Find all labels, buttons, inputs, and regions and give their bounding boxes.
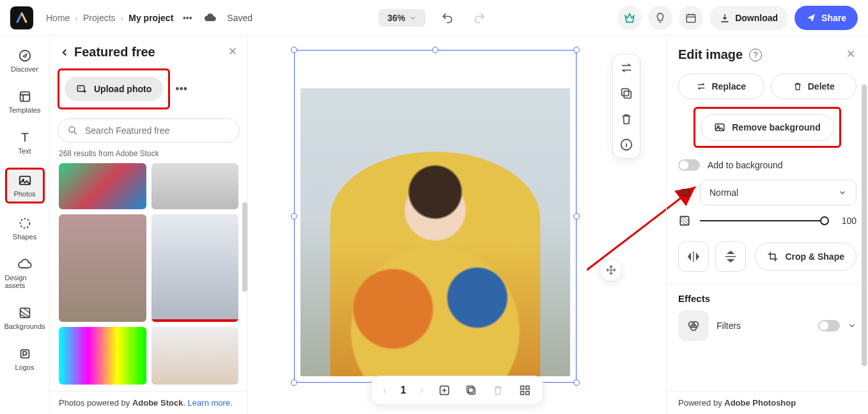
redo-button[interactable] (469, 8, 490, 28)
help-icon[interactable]: ? (749, 49, 762, 61)
breadcrumb-current[interactable]: My project (128, 13, 173, 23)
crop-shape-button[interactable]: Crop & Shape (755, 243, 856, 271)
calendar-icon[interactable] (679, 6, 703, 30)
more-icon[interactable]: ••• (178, 9, 196, 27)
filters-icon[interactable] (678, 310, 709, 341)
slider-knob[interactable] (820, 216, 829, 225)
zoom-select[interactable]: 36% (378, 9, 426, 27)
topbar: Home › Projects › My project ••• Saved 3… (0, 0, 868, 36)
send-icon (806, 13, 816, 23)
premium-icon[interactable] (617, 6, 642, 30)
resize-handle[interactable] (573, 213, 580, 219)
chevron-down-icon (409, 14, 417, 22)
rail-design-assets[interactable]: Design assets (5, 253, 45, 293)
resize-handle[interactable] (573, 379, 580, 386)
topbar-center: 36% (378, 8, 490, 28)
resize-handle[interactable] (573, 47, 580, 53)
stock-thumb[interactable] (59, 163, 146, 209)
svg-point-10 (69, 127, 75, 132)
blend-mode-value: Normal (709, 187, 738, 198)
resize-handle[interactable] (291, 379, 297, 386)
stock-thumb[interactable] (151, 214, 239, 322)
resize-handle[interactable] (291, 47, 297, 53)
artboard-image[interactable] (300, 88, 570, 376)
delete-page-icon[interactable] (492, 384, 504, 397)
info-icon[interactable] (619, 138, 633, 152)
scrollbar[interactable] (242, 202, 247, 292)
page-bar: ‹ 1 › (371, 376, 543, 405)
remove-background-button[interactable]: Remove background (701, 114, 833, 141)
duplicate-icon[interactable] (619, 86, 633, 100)
replace-label: Replace (711, 81, 746, 92)
more-icon[interactable]: ••• (175, 83, 187, 96)
svg-rect-16 (467, 386, 473, 392)
svg-rect-19 (520, 392, 523, 395)
close-icon[interactable] (227, 45, 238, 60)
next-page-button[interactable]: › (420, 385, 423, 396)
chevron-left-icon[interactable] (59, 47, 70, 58)
selection-frame[interactable] (294, 50, 577, 383)
image-icon (714, 122, 725, 133)
add-page-icon[interactable] (438, 384, 451, 397)
stock-thumb[interactable] (59, 327, 146, 385)
rail-text[interactable]: Text (5, 127, 45, 159)
prev-page-button[interactable]: ‹ (383, 385, 386, 396)
rail-label: Templates (8, 106, 40, 114)
lightbulb-icon[interactable] (648, 6, 672, 30)
stock-thumb[interactable] (151, 163, 239, 209)
download-icon (720, 13, 730, 23)
close-icon[interactable] (845, 48, 856, 62)
left-rail: Discover Templates Text Photos Shapes De… (0, 36, 50, 414)
divider (667, 283, 868, 284)
opacity-value: 100 (833, 216, 856, 226)
resize-handle[interactable] (291, 213, 297, 219)
canvas[interactable]: ‹ 1 › (248, 36, 666, 414)
rail-label: Shapes (13, 233, 36, 241)
svg-rect-12 (622, 89, 629, 96)
rail-templates[interactable]: Templates (5, 86, 45, 118)
scrollbar[interactable] (862, 84, 867, 366)
app-logo[interactable] (10, 6, 33, 29)
add-to-background-toggle[interactable] (678, 159, 700, 171)
upload-photo-icon (76, 83, 88, 95)
stock-thumb[interactable] (59, 214, 146, 322)
resize-handle[interactable] (432, 47, 438, 53)
opacity-slider[interactable] (700, 220, 825, 221)
breadcrumb-home[interactable]: Home (46, 13, 70, 23)
download-button[interactable]: Download (709, 6, 788, 30)
edit-title: Edit image (678, 47, 743, 62)
rail-backgrounds[interactable]: Backgrounds (5, 302, 45, 334)
duplicate-page-icon[interactable] (465, 384, 477, 397)
share-button[interactable]: Share (794, 6, 858, 30)
context-toolbar (612, 54, 640, 159)
crop-label: Crop & Shape (785, 251, 844, 262)
photo-grid (50, 163, 247, 391)
footer-brand: Adobe Photoshop (724, 398, 796, 408)
upload-photo-button[interactable]: Upload photo (65, 77, 163, 101)
breadcrumb-projects[interactable]: Projects (83, 13, 116, 23)
stock-thumb[interactable] (151, 327, 239, 385)
grid-view-icon[interactable] (518, 384, 531, 397)
rail-shapes[interactable]: Shapes (5, 212, 45, 244)
flip-vertical-button[interactable] (715, 241, 746, 272)
trash-icon[interactable] (619, 112, 633, 126)
footer-brand: Adobe Stock (132, 398, 183, 408)
delete-button[interactable]: Delete (771, 74, 857, 99)
rail-photos[interactable]: Photos (5, 168, 45, 203)
move-handle[interactable] (600, 259, 623, 282)
search-input[interactable] (85, 125, 230, 136)
learn-more-link[interactable]: Learn more. (188, 398, 233, 408)
undo-button[interactable] (437, 8, 458, 28)
rail-logos[interactable]: Logos (5, 343, 45, 375)
replace-button[interactable]: Replace (678, 74, 764, 99)
chevron-down-icon[interactable] (848, 321, 856, 330)
svg-rect-11 (624, 91, 631, 98)
flip-horizontal-button[interactable] (678, 241, 709, 272)
blend-mode-select[interactable]: Normal (700, 180, 856, 205)
search-input-wrap[interactable] (58, 118, 240, 143)
swap-icon[interactable] (619, 61, 633, 75)
filters-toggle[interactable] (818, 320, 840, 331)
rail-discover[interactable]: Discover (5, 45, 45, 77)
panel-footer: Photos powered by Adobe Stock. Learn mor… (50, 391, 247, 414)
share-label: Share (821, 13, 846, 23)
